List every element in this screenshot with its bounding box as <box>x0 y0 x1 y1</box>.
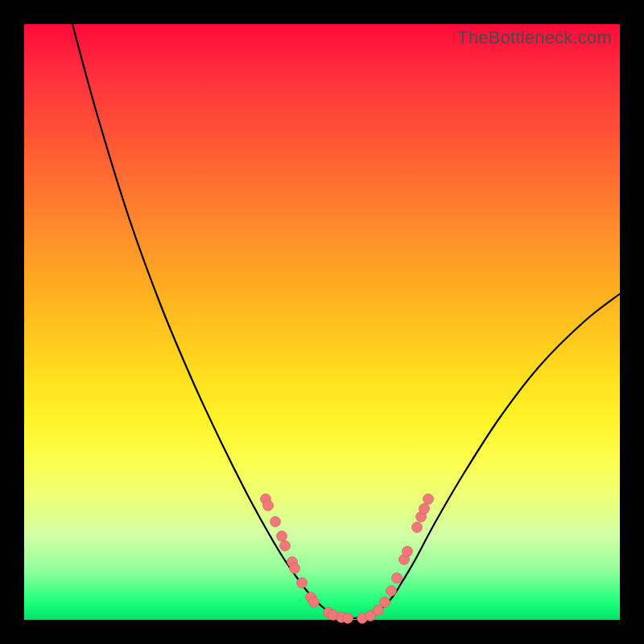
data-dot <box>423 494 434 505</box>
data-dot <box>412 522 423 533</box>
data-dot <box>419 504 430 514</box>
data-dot <box>270 517 281 527</box>
left-branch-curve <box>72 24 354 618</box>
plot-area: TheBottleneck.com <box>24 24 620 620</box>
data-dot <box>263 501 274 511</box>
data-dot <box>392 573 402 584</box>
data-dot <box>380 597 390 608</box>
right-branch-curve <box>354 294 620 618</box>
left-branch-dots <box>261 494 353 624</box>
data-dot <box>277 531 287 542</box>
chart-svg <box>24 24 620 620</box>
data-dot <box>343 613 353 624</box>
right-branch-dots <box>357 494 434 624</box>
data-dot <box>290 564 300 574</box>
chart-frame: TheBottleneck.com <box>0 0 644 644</box>
data-dot <box>309 597 320 608</box>
data-dot <box>402 547 413 557</box>
data-dot <box>386 586 397 597</box>
data-dot <box>297 578 308 588</box>
data-dot <box>280 541 291 551</box>
